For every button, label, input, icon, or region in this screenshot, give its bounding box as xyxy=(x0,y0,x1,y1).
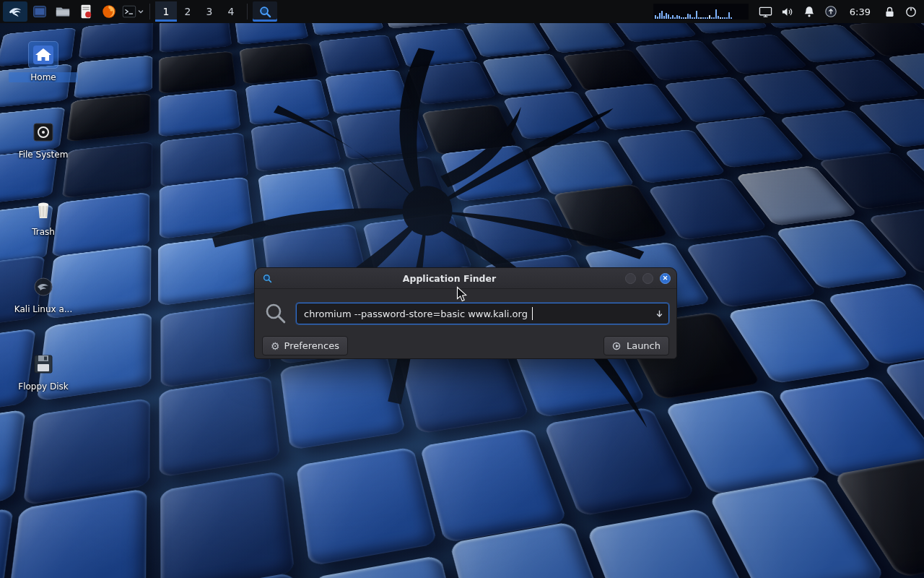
home-icon xyxy=(29,42,58,68)
preferences-button[interactable]: ⚙ Preferences xyxy=(262,336,348,355)
terminal-button[interactable] xyxy=(121,1,144,22)
kali-logo-icon xyxy=(7,4,23,20)
gear-icon: ⚙ xyxy=(271,340,280,352)
firefox-icon xyxy=(101,4,117,20)
launch-label: Launch xyxy=(627,340,661,351)
floppy-disk-icon xyxy=(29,351,58,377)
window-manager-icon xyxy=(32,4,48,20)
desktop-icon-home[interactable]: Home xyxy=(9,42,78,82)
kali-dragon-logo xyxy=(170,18,682,430)
search-icon xyxy=(262,301,289,326)
command-entry xyxy=(296,303,669,324)
chevron-down-icon xyxy=(137,8,144,15)
text-editor-icon xyxy=(78,4,94,20)
desktop-icon-kali-linux[interactable]: Kali Linux a... xyxy=(9,274,78,314)
finder-body xyxy=(255,301,676,326)
minimize-button[interactable] xyxy=(625,273,636,284)
desktop-icon-trash[interactable]: Trash xyxy=(9,197,78,237)
lock-screen-icon[interactable] xyxy=(879,1,899,22)
dropdown-arrow-icon[interactable] xyxy=(653,308,665,319)
workspace-button-2[interactable]: 2 xyxy=(177,1,199,22)
taskbar-window-application-finder[interactable] xyxy=(253,1,277,22)
workspace-button-1[interactable]: 1 xyxy=(155,1,177,22)
window-controls: ✕ xyxy=(625,273,671,284)
notifications-bell-icon[interactable] xyxy=(799,1,819,22)
application-finder-icon xyxy=(261,272,274,285)
desktop-icon-label: File System xyxy=(9,150,78,160)
file-system-icon xyxy=(29,119,58,145)
terminal-icon xyxy=(121,4,137,20)
file-manager-button[interactable] xyxy=(52,1,74,22)
maximize-button[interactable] xyxy=(642,273,653,284)
volume-icon[interactable] xyxy=(777,1,798,22)
taskbar-separator xyxy=(247,4,248,20)
clock[interactable]: 6:39 xyxy=(842,7,878,17)
file-manager-icon xyxy=(55,4,71,20)
application-finder-window: Application Finder ✕ ⚙ Preferen xyxy=(254,267,677,359)
text-editor-button[interactable] xyxy=(75,1,97,22)
text-caret xyxy=(532,307,533,320)
desktop-icon-label: Kali Linux a... xyxy=(9,304,78,314)
launch-button[interactable]: Launch xyxy=(603,336,669,355)
display-settings-icon[interactable] xyxy=(756,1,776,22)
command-input[interactable] xyxy=(296,303,669,324)
desktop-icon-label: Trash xyxy=(9,227,78,237)
desktop: 1 2 3 4 6:39 xyxy=(0,0,924,578)
window-manager-button[interactable] xyxy=(29,1,51,22)
close-button[interactable]: ✕ xyxy=(660,273,671,284)
window-title: Application Finder xyxy=(274,273,625,284)
titlebar[interactable]: Application Finder ✕ xyxy=(255,268,676,289)
workspace-switcher: 1 2 3 4 xyxy=(155,0,242,23)
desktop-icon-floppy-disk[interactable]: Floppy Disk xyxy=(9,351,78,392)
power-logout-icon[interactable] xyxy=(901,1,921,22)
trash-icon xyxy=(29,197,58,223)
taskbar-separator xyxy=(149,4,150,20)
taskbar: 1 2 3 4 6:39 xyxy=(0,0,924,23)
desktop-icon-label: Home xyxy=(9,72,78,82)
launch-run-icon xyxy=(612,341,622,351)
desktop-icon-file-system[interactable]: File System xyxy=(9,119,78,160)
workspace-button-3[interactable]: 3 xyxy=(199,1,220,22)
workspace-button-4[interactable]: 4 xyxy=(220,1,242,22)
kali-linux-icon xyxy=(29,274,58,300)
updates-icon[interactable] xyxy=(821,1,841,22)
desktop-icon-label: Floppy Disk xyxy=(9,381,78,392)
firefox-button[interactable] xyxy=(98,1,120,22)
finder-actions: ⚙ Preferences Launch xyxy=(255,336,676,355)
kali-menu-button[interactable] xyxy=(3,1,27,22)
application-finder-window-icon xyxy=(258,5,272,19)
preferences-label: Preferences xyxy=(284,340,339,351)
cpu-graph[interactable] xyxy=(653,4,749,20)
